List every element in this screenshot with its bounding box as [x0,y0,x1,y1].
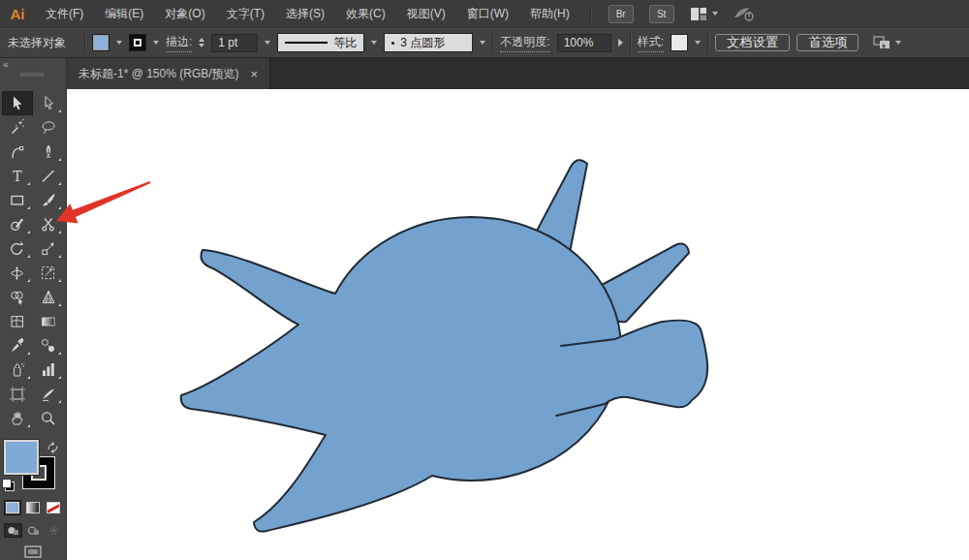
paintbrush-tool[interactable] [33,188,64,212]
stroke-weight-stepper[interactable] [199,38,204,47]
tool-panel-header[interactable]: « [0,58,66,91]
arrange-documents-button[interactable] [873,35,901,50]
menu-item-edit[interactable]: 编辑(E) [94,0,154,27]
divider [84,33,85,52]
chevron-down-icon[interactable] [153,41,159,45]
opacity-field[interactable]: 100% [557,34,611,52]
app-logo: Ai [0,0,35,27]
none-button[interactable] [45,500,62,515]
preferences-button[interactable]: 首选项 [797,34,859,51]
menu-item-file[interactable]: 文件(F) [35,0,94,27]
symbol-sprayer-tool[interactable] [2,358,33,382]
chevron-down-icon[interactable] [695,41,701,45]
color-mode-row [0,500,66,517]
pen-tool[interactable] [33,140,64,164]
close-tab-icon[interactable]: × [251,68,259,80]
menu-item-type[interactable]: 文字(T) [216,0,275,27]
line-segment-tool[interactable] [33,164,64,188]
stroke-color-swatch[interactable] [129,34,146,51]
opacity-label[interactable]: 不透明度: [500,34,549,52]
hand-tool[interactable] [2,406,33,430]
direct-selection-tool[interactable] [33,91,64,115]
draw-inside-button[interactable] [45,523,63,538]
menubar-divider [590,6,591,21]
menu-item-window[interactable]: 窗口(W) [456,0,519,27]
scale-tool[interactable] [33,236,64,261]
style-swatch[interactable] [671,34,688,51]
artwork [67,89,969,560]
width-profile-label: 等比 [333,35,357,51]
style-label[interactable]: 样式: [638,34,664,52]
selection-status: 未选择对象 [8,35,78,51]
menu-item-object[interactable]: 对象(O) [154,0,215,27]
chevron-down-icon[interactable] [116,41,122,45]
color-fill-button[interactable] [4,500,21,515]
chevron-down-icon [895,41,901,45]
magic-wand-tool[interactable] [2,115,33,140]
layout-icon [690,7,707,21]
stroke-weight-label[interactable]: 描边: [166,34,192,52]
bridge-button[interactable]: Br [609,5,634,23]
menu-item-view[interactable]: 视图(V) [396,0,456,27]
draw-behind-button[interactable] [24,523,43,538]
scissors-tool[interactable] [33,212,64,236]
eyedropper-tool[interactable] [2,333,33,358]
perspective-grid-tool[interactable] [33,285,64,309]
fill-stroke-indicator [0,440,66,494]
workspace-layout-button[interactable] [690,7,718,21]
color-swatch [6,502,19,513]
shape-builder-tool[interactable] [2,285,33,309]
width-tool[interactable] [2,261,33,285]
brush-preview-dot [391,42,394,45]
slice-tool[interactable] [33,382,64,406]
fill-color-swatch[interactable] [92,34,109,51]
screen-mode-button[interactable] [23,544,43,558]
column-graph-tool[interactable] [33,358,64,382]
chevron-down-icon[interactable] [265,41,270,45]
illustrator-window: Ai 文件(F)编辑(E)对象(O)文字(T)选择(S)效果(C)视图(V)窗口… [0,0,969,560]
draw-normal-button[interactable] [4,523,22,538]
mesh-tool[interactable] [2,309,33,333]
gradient-button[interactable] [24,500,42,515]
collapse-panel-icon[interactable]: « [3,60,9,70]
lasso-tool[interactable] [33,115,64,140]
gradient-tool[interactable] [33,309,64,333]
document-setup-button[interactable]: 文档设置 [715,34,790,51]
document-title: 未标题-1* @ 150% (RGB/预览) [78,66,239,82]
artboard-canvas[interactable] [67,89,969,560]
rotate-tool[interactable] [2,236,33,261]
divider [492,33,493,52]
gpu-performance-button[interactable] [734,6,755,22]
menu-item-help[interactable]: 帮助(H) [519,0,580,27]
default-fill-stroke-icon[interactable] [2,479,15,491]
divider [707,33,708,52]
none-swatch [47,502,60,513]
fill-proxy[interactable] [4,440,39,475]
selection-tool[interactable] [2,91,33,115]
document-tab-bar: 未标题-1* @ 150% (RGB/预览) × [67,58,969,89]
type-tool[interactable]: T [2,164,33,188]
menu-item-select[interactable]: 选择(S) [275,0,335,27]
menu-item-effect[interactable]: 效果(C) [335,0,396,27]
brush-definition-select[interactable]: 3 点圆形 [384,33,473,52]
artboard-tool[interactable] [2,382,33,406]
free-transform-tool[interactable] [33,261,64,285]
zoom-tool[interactable] [33,406,64,430]
rectangle-tool[interactable] [2,188,33,212]
document-tab[interactable]: 未标题-1* @ 150% (RGB/预览) × [67,58,270,89]
panel-grip[interactable] [19,73,45,77]
curvature-tool[interactable] [2,140,33,164]
opacity-submenu-arrow[interactable] [618,39,623,47]
blend-tool[interactable] [33,333,64,358]
shaper-tool[interactable] [2,212,33,236]
swap-fill-stroke-icon[interactable] [47,440,59,457]
stroke-weight-field[interactable]: 1 pt [211,34,258,52]
chevron-down-icon[interactable] [480,41,485,45]
stock-button[interactable]: St [649,5,674,23]
gradient-swatch [26,502,40,513]
arrange-documents-icon [873,35,891,50]
sun-shape-object[interactable] [181,160,707,531]
width-profile-select[interactable]: 等比 [277,33,364,52]
chevron-down-icon [712,12,718,16]
chevron-down-icon[interactable] [371,41,377,45]
